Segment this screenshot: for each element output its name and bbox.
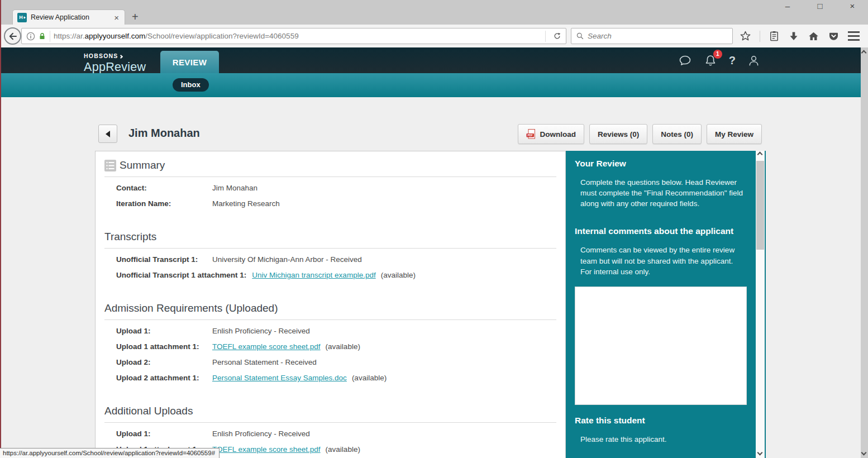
row-label: Unofficial Transcript 1 attachment 1: <box>116 270 252 280</box>
section-divider <box>104 319 556 320</box>
upload-attachment-row: Upload 2 attachment 1: Personal Statemen… <box>116 370 556 386</box>
tab-title: Review Application <box>31 13 113 21</box>
search-box[interactable] <box>571 28 733 44</box>
svg-text:PDF: PDF <box>528 134 533 137</box>
new-tab-button[interactable]: + <box>132 11 139 22</box>
secure-lock-icon[interactable] <box>38 32 46 41</box>
sub-navigation: Inbox <box>0 73 861 97</box>
section-admission-requirements: Admission Requirements (Uploaded) Upload… <box>104 302 556 386</box>
availability-note: (available) <box>381 271 416 279</box>
chat-bubble-icon <box>678 54 692 67</box>
reviews-label: Reviews (0) <box>598 130 639 139</box>
scroll-up-icon[interactable] <box>861 50 867 56</box>
downloads-icon[interactable] <box>788 31 799 42</box>
minimize-icon[interactable]: – <box>780 1 795 11</box>
action-buttons: PDF Download Reviews (0) Notes (0) My Re… <box>518 124 762 144</box>
row-label: Upload 2: <box>116 357 212 368</box>
upload-attachment-link[interactable]: TOEFL example score sheet.pdf <box>212 445 321 454</box>
row-label: Upload 1 attachment 1: <box>116 342 212 352</box>
scroll-down-icon[interactable] <box>861 450 867 456</box>
section-divider <box>104 176 556 177</box>
section-divider <box>104 422 556 423</box>
nav-inbox-button[interactable]: Inbox <box>173 78 209 92</box>
browser-tab[interactable]: H Review Application × <box>12 9 125 25</box>
urlbar-divider <box>36 31 37 42</box>
menu-icon[interactable] <box>848 31 860 41</box>
section-title: Transcripts <box>104 231 156 243</box>
row-value: Personal Statement - Received <box>212 357 317 368</box>
brand-appreview: AppReview <box>84 60 146 74</box>
row-value: Enlish Proficiency - Received <box>212 429 310 439</box>
url-scheme: https://ar. <box>54 32 85 40</box>
window-border <box>0 0 1 458</box>
pocket-icon[interactable] <box>828 31 840 42</box>
urlbar-divider <box>50 31 50 42</box>
review-panel-title: Your Review <box>575 159 747 169</box>
applicant-back-button[interactable] <box>98 125 117 143</box>
scroll-up-icon[interactable] <box>757 152 763 158</box>
scroll-down-icon[interactable] <box>757 450 763 456</box>
row-value: Jim Monahan <box>212 183 257 193</box>
upload-row: Upload 1: Enlish Proficiency - Received <box>116 426 556 442</box>
bookmark-star-icon[interactable] <box>740 30 751 42</box>
panel-scrollbar[interactable] <box>756 151 766 458</box>
internal-comments-textarea[interactable] <box>575 287 747 405</box>
download-button[interactable]: PDF Download <box>518 124 584 144</box>
notes-button[interactable]: Notes (0) <box>652 124 702 144</box>
availability-note: (available) <box>352 374 387 382</box>
url-text[interactable]: https://ar.applyyourself.com/School/revi… <box>54 32 542 40</box>
section-transcripts: Transcripts Unofficial Transcript 1: Uni… <box>104 231 556 283</box>
info-icon[interactable] <box>26 32 35 41</box>
hobsons-appreview-logo: HOBSONS AppReview <box>84 50 146 74</box>
transcript-attachment-link[interactable]: Univ Michigan transcript example.pdf <box>252 271 375 279</box>
row-value: University Of Michigan-Ann Arbor - Recei… <box>212 255 362 265</box>
user-icon <box>747 54 760 67</box>
page-content: Jim Monahan PDF Download Reviews (0) Not… <box>0 97 861 458</box>
help-icon: ? <box>729 54 736 67</box>
tab-close-icon[interactable]: × <box>113 13 120 22</box>
scrollbar-thumb[interactable] <box>756 161 764 250</box>
url-bar[interactable]: https://ar.applyyourself.com/School/revi… <box>21 28 566 44</box>
section-title: Summary <box>120 159 165 171</box>
notifications-button[interactable]: 1 <box>704 54 717 68</box>
upload-row: Upload 2: Personal Statement - Received <box>116 355 556 370</box>
application-summary-panel: Summary Contact: Jim Monahan Iteration N… <box>95 151 566 458</box>
section-title: Additional Uploads <box>104 405 193 417</box>
internal-comments-title: Internal comments about the applicant <box>575 226 747 236</box>
back-button[interactable] <box>4 27 21 45</box>
row-label: Contact: <box>116 183 212 193</box>
nav-tab-review[interactable]: REVIEW <box>160 51 219 73</box>
reviews-button[interactable]: Reviews (0) <box>589 124 647 144</box>
account-button[interactable] <box>747 54 760 67</box>
back-triangle-icon <box>106 131 110 137</box>
upload-attachment-link[interactable]: TOEFL example score sheet.pdf <box>212 342 321 351</box>
search-input[interactable] <box>588 32 728 40</box>
my-review-button[interactable]: My Review <box>707 124 762 144</box>
back-arrow-icon <box>8 31 18 41</box>
messages-button[interactable] <box>678 54 692 67</box>
notes-label: Notes (0) <box>661 130 693 139</box>
row-label: Upload 1: <box>116 429 212 439</box>
url-path: /School/review/application?reviewId=4060… <box>145 32 298 40</box>
close-icon[interactable]: × <box>845 1 860 11</box>
download-label: Download <box>540 130 576 139</box>
reload-button[interactable] <box>549 32 566 40</box>
summary-list-icon <box>104 160 116 171</box>
reading-list-icon[interactable] <box>769 30 780 42</box>
titlebar: H Review Application × + – □ × <box>0 0 868 25</box>
summary-row-iteration: Iteration Name: Marketing Research <box>116 196 556 212</box>
browser-window: H Review Application × + – □ × https://a… <box>0 0 868 458</box>
upload-attachment-link[interactable]: Personal Statement Essay Samples.doc <box>212 374 347 382</box>
transcript-attachment-row: Unofficial Transcript 1 attachment 1: Un… <box>116 268 556 283</box>
header-icons: 1 ? <box>678 47 760 73</box>
maximize-icon[interactable]: □ <box>812 1 828 11</box>
browser-scrollbar[interactable] <box>861 47 868 458</box>
row-label: Upload 1: <box>116 326 212 336</box>
row-label: Unofficial Transcript 1: <box>116 255 212 265</box>
internal-comments-note: Comments can be viewed by the entire rev… <box>580 245 745 276</box>
status-bar-link: https://ar.applyyourself.com/School/revi… <box>0 448 220 458</box>
row-value: Marketing Research <box>212 199 280 209</box>
help-button[interactable]: ? <box>729 54 736 67</box>
row-value: Enlish Proficiency - Received <box>212 326 310 336</box>
home-icon[interactable] <box>808 31 819 42</box>
